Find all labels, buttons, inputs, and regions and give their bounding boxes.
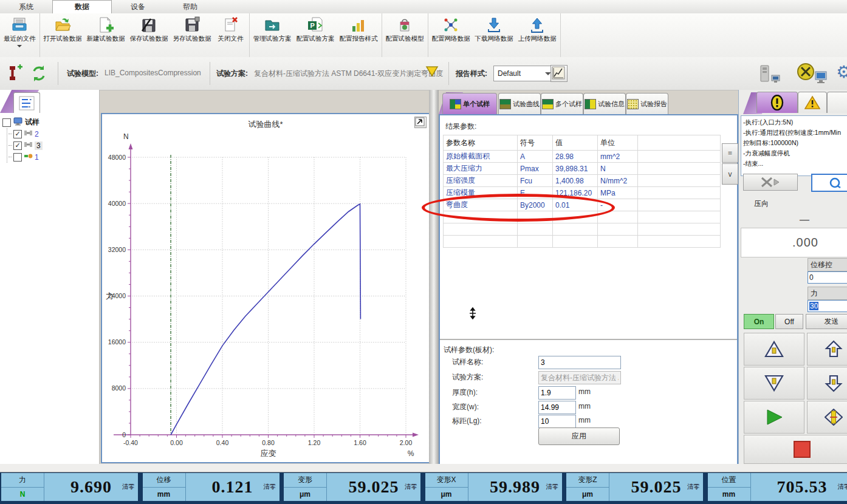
horizontal-splitter[interactable] <box>440 339 737 340</box>
machine-status-icon[interactable] <box>758 64 784 87</box>
zero-button[interactable]: 清零 <box>546 473 559 501</box>
tab-multi[interactable]: 多个试样 <box>541 93 583 114</box>
chart-popout-button[interactable] <box>414 117 427 128</box>
start-test-button[interactable] <box>744 401 804 434</box>
displacement-control-label: 位移控 <box>808 258 847 271</box>
results-title: 结果参数: <box>445 121 476 132</box>
table-cell-empty <box>518 223 553 236</box>
refresh-icon[interactable] <box>29 64 49 83</box>
table-row[interactable]: 原始横截面积A28.98mm^2 <box>444 151 721 163</box>
apply-button[interactable]: 应用 <box>538 427 620 445</box>
tab-label: 试验曲线 <box>513 100 540 109</box>
displacement-input[interactable]: 0 <box>808 271 847 284</box>
jog-disable-button[interactable] <box>743 174 798 191</box>
table-cell: N/mm^2 <box>598 175 638 187</box>
filter-triangle-icon[interactable] <box>425 66 439 80</box>
toolbar-button-download-network[interactable]: 下载网络数据 <box>473 15 516 56</box>
specimen-checkbox[interactable]: ✓ <box>13 141 22 150</box>
toolbar-button-report-style[interactable]: 配置报告样式 <box>337 15 380 56</box>
toolbar-button-upload-network[interactable]: 上传网络数据 <box>516 15 559 56</box>
root-checkbox[interactable] <box>2 118 11 127</box>
new-data-icon <box>97 16 114 33</box>
remote-computer-icon[interactable] <box>814 70 830 87</box>
table-row[interactable]: 弯曲度By20000.01- <box>444 199 721 211</box>
table-row[interactable]: 最大压缩力Pmax39,898.31N <box>444 163 721 175</box>
tree-item-specimen-2[interactable]: ✓2 <box>9 128 98 140</box>
tree-root-label: 试样 <box>25 117 39 128</box>
tab-alert[interactable] <box>756 92 798 113</box>
tree-tab[interactable] <box>13 92 40 113</box>
on-button[interactable]: On <box>744 314 774 329</box>
reading-panel-3: 变形μm59.025清零 <box>284 473 420 501</box>
jog-up-fast-button[interactable] <box>744 333 804 366</box>
table-cell: Fcu <box>518 175 553 187</box>
toolbar-button-save-as-data[interactable]: 另存试验数据 <box>171 15 214 56</box>
connect-button[interactable] <box>811 174 847 192</box>
vertical-splitter[interactable] <box>429 90 439 464</box>
toolbar-button-config-plan[interactable]: P配置试验方案 <box>294 15 337 56</box>
report-chart-button[interactable] <box>550 65 568 82</box>
table-row-empty <box>444 223 721 236</box>
off-button[interactable]: Off <box>775 314 803 329</box>
live-readings-bar: 力N9.690清零位移mm0.121清零变形μm59.025清零变形Xμm59.… <box>0 464 847 504</box>
jog-down-fast-button[interactable] <box>744 367 804 400</box>
menu-item[interactable]: 设备 <box>112 0 164 13</box>
scrollbar-top-button[interactable]: = <box>722 143 738 163</box>
form-field-input-1[interactable] <box>538 356 621 369</box>
tab-single[interactable]: 单个试样 <box>442 93 497 114</box>
tab-warning[interactable] <box>798 92 827 113</box>
tree-item-specimen-3[interactable]: ✓3 <box>9 140 98 151</box>
send-button[interactable]: 发送 <box>806 314 847 329</box>
jog-up-button[interactable] <box>807 333 847 366</box>
form-field-input-5[interactable] <box>538 415 576 428</box>
zero-button[interactable]: 清零 <box>122 473 135 501</box>
recent-files-icon <box>11 16 28 33</box>
table-row[interactable]: 压缩模量E121,186.20MPa <box>444 187 721 199</box>
table-cell-empty <box>638 175 721 187</box>
toolbar-button-open-data[interactable]: 打开试验数据 <box>41 15 84 56</box>
zero-button[interactable]: 清零 <box>264 473 276 501</box>
toolbar-button-label: 配置报告样式 <box>340 35 378 43</box>
toolbar-button-config-network[interactable]: 配置网络数据 <box>430 15 473 56</box>
network-error-icon[interactable] <box>795 62 817 86</box>
table-cell: A <box>518 151 553 163</box>
toolbar-button-manage-plan[interactable]: 管理试验方案 <box>251 15 294 56</box>
tree-root[interactable]: 试样 <box>2 117 98 128</box>
zero-button[interactable]: 清零 <box>838 473 847 501</box>
column-header: 符号 <box>518 135 553 151</box>
tab-info[interactable]: 试验信息 <box>583 93 626 114</box>
zero-button[interactable]: 清零 <box>687 473 700 501</box>
jog-down-button[interactable] <box>807 367 847 400</box>
add-specimen-icon[interactable] <box>6 64 24 83</box>
force-input[interactable]: 30 <box>808 300 847 312</box>
menu-item[interactable]: 帮助 <box>164 0 216 13</box>
stop-button[interactable] <box>744 435 847 464</box>
scrollbar-down-button[interactable]: v <box>722 163 738 185</box>
zero-button[interactable]: 清零 <box>405 473 417 501</box>
table-row[interactable]: 压缩强度Fcu1,400.98N/mm^2 <box>444 175 721 187</box>
tab-extra[interactable] <box>827 92 847 113</box>
svg-text:1.60: 1.60 <box>354 439 366 446</box>
menu-item[interactable]: 系统 <box>0 0 52 13</box>
toolbar-button-config-model[interactable]: 配置试验模型 <box>383 15 427 56</box>
gear-icon[interactable]: ⚙ <box>836 62 847 82</box>
menu-item[interactable]: 数据 <box>52 0 112 13</box>
table-cell: 1,400.98 <box>553 175 598 187</box>
form-field-input-4[interactable] <box>538 401 576 414</box>
selected-text: 30 <box>809 302 818 310</box>
tab-report[interactable]: 试验报告 <box>626 93 668 114</box>
specimen-checkbox[interactable] <box>13 153 22 162</box>
download-network-icon <box>485 16 502 33</box>
svg-text:-0.40: -0.40 <box>123 439 138 446</box>
toolbar-button-close-file[interactable]: 关闭文件 <box>214 15 248 56</box>
reading-unit: mm <box>708 488 750 502</box>
specimen-protect-button[interactable] <box>807 401 847 434</box>
toolbar-button-new-data[interactable]: 新建试验数据 <box>84 15 128 56</box>
form-field-input-3[interactable] <box>538 386 576 400</box>
tree-item-specimen-1[interactable]: 1 <box>9 151 98 163</box>
toolbar-button-recent-files[interactable]: 最近的文件 <box>1 15 38 56</box>
specimen-checkbox[interactable]: ✓ <box>13 130 22 138</box>
report-style-select[interactable]: Default <box>493 66 555 81</box>
toolbar-button-save-data[interactable]: 保存试验数据 <box>128 15 171 56</box>
tab-curve[interactable]: 试验曲线 <box>498 93 541 114</box>
